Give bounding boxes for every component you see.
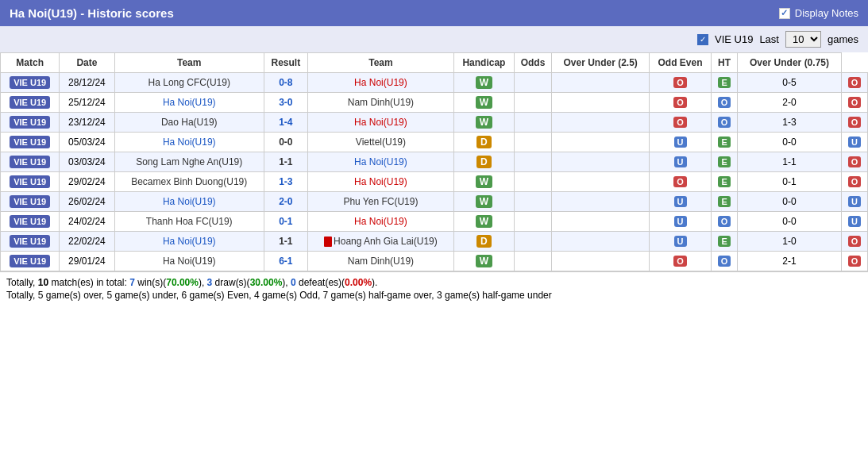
cell-odd-even: O [712,93,738,113]
outcome-badge: W [476,96,492,109]
cell-over-under: O [650,113,712,133]
oe-badge: E [718,176,730,187]
cell-outcome: W [454,212,515,232]
table-body: VIE U1928/12/24Ha Long CFC(U19)0-8Ha Noi… [1,73,868,271]
cell-score: 1-1 [264,232,307,252]
cell-ht: 1-3 [738,113,842,133]
table-row: VIE U1926/02/24Ha Noi(U19)2-0Phu Yen FC(… [1,192,868,212]
cell-date: 03/03/24 [60,152,114,172]
match-badge: VIE U19 [10,215,50,228]
cell-score: 2-0 [264,192,307,212]
oe-badge: O [718,97,731,108]
games-select[interactable]: 10 5 15 20 30 All [785,31,821,48]
col-odds: Odds [514,53,552,73]
outcome-badge: W [476,116,492,129]
cell-score: 1-1 [264,152,307,172]
ou-badge: U [674,156,687,167]
outcome-badge: D [476,156,492,168]
cell-ht-ou: U [841,212,867,232]
cell-date: 28/12/24 [60,73,114,93]
cell-odd-even: O [712,212,738,232]
league-label: VIE U19 [715,33,753,45]
cell-team2: Ha Noi(U19) [307,212,453,232]
footer-defeats: 0 [291,277,296,288]
cell-match: VIE U19 [1,192,60,212]
cell-match: VIE U19 [1,172,60,192]
cell-date: 26/02/24 [60,192,114,212]
cell-outcome: W [454,93,515,113]
cell-match: VIE U19 [1,232,60,252]
match-badge: VIE U19 [10,175,50,188]
match-badge: VIE U19 [10,96,50,109]
ou-badge: U [674,196,687,207]
cell-handicap [514,232,552,252]
oe-badge: E [718,236,730,247]
cell-date: 22/02/24 [60,232,114,252]
cell-match: VIE U19 [1,133,60,152]
ht-ou-badge: O [848,256,862,267]
cell-ht: 2-0 [738,93,842,113]
table-row: VIE U1905/03/24Ha Noi(U19)0-0Viettel(U19… [1,133,868,152]
col-ht: HT [712,53,738,73]
cell-team1: Ha Noi(U19) [114,93,264,113]
cell-match: VIE U19 [1,212,60,232]
last-label: Last [759,33,779,45]
matches-table: Match Date Team Result Team Handicap Odd… [0,52,868,271]
cell-over-under: U [650,212,712,232]
cell-score: 0-0 [264,133,307,152]
display-notes-control: ✓ Display Notes [779,7,858,19]
cell-handicap [514,152,552,172]
cell-score: 1-3 [264,172,307,192]
cell-outcome: W [454,113,515,133]
outcome-badge: W [476,76,492,89]
cell-handicap [514,73,552,93]
table-row: VIE U1924/02/24Thanh Hoa FC(U19)0-1Ha No… [1,212,868,232]
col-date: Date [60,53,114,73]
outcome-badge: W [476,215,492,228]
cell-handicap [514,133,552,152]
display-notes-checkbox[interactable]: ✓ [779,8,790,19]
match-badge: VIE U19 [10,255,50,267]
match-badge: VIE U19 [10,195,50,208]
col-team2: Team [307,53,453,73]
cell-odds [552,172,650,192]
cell-over-under: U [650,232,712,252]
ht-ou-badge: O [848,117,862,128]
cell-odd-even: E [712,133,738,152]
footer-draws-pct: 30.00% [250,277,283,288]
ht-ou-badge: O [848,97,862,108]
cell-odd-even: E [712,73,738,93]
table-row: VIE U1928/12/24Ha Long CFC(U19)0-8Ha Noi… [1,73,868,93]
col-odd-even: Odd Even [650,53,712,73]
cell-team2: Ha Noi(U19) [307,172,453,192]
ou-badge: U [674,236,687,247]
outcome-badge: W [476,255,492,267]
col-over-under-075: Over Under (0.75) [738,53,842,73]
table-row: VIE U1929/02/24Becamex Binh Duong(U19)1-… [1,172,868,192]
cell-ht-ou: O [841,113,867,133]
cell-outcome: D [454,152,515,172]
ou-badge: O [673,77,687,88]
cell-team2: Nam Dinh(U19) [307,93,453,113]
outcome-badge: D [476,235,492,248]
cell-outcome: W [454,73,515,93]
cell-odd-even: O [712,113,738,133]
cell-score: 3-0 [264,93,307,113]
cell-team2: Ha Noi(U19) [307,152,453,172]
cell-odds [552,252,650,271]
cell-ht-ou: O [841,93,867,113]
cell-team1: Ha Noi(U19) [114,232,264,252]
cell-match: VIE U19 [1,113,60,133]
table-header-row: Match Date Team Result Team Handicap Odd… [1,53,868,73]
cell-over-under: U [650,133,712,152]
ht-ou-badge: U [848,137,861,148]
ht-ou-badge: O [848,156,862,167]
header-title: Ha Noi(U19) - Historic scores [10,6,174,20]
footer-matches-count: 10 [38,277,48,288]
league-checkbox[interactable]: ✓ [697,34,708,45]
cell-team1: Ha Long CFC(U19) [114,73,264,93]
cell-team1: Ha Noi(U19) [114,192,264,212]
col-team1: Team [114,53,264,73]
ht-ou-badge: O [848,77,862,88]
cell-ht-ou: O [841,73,867,93]
